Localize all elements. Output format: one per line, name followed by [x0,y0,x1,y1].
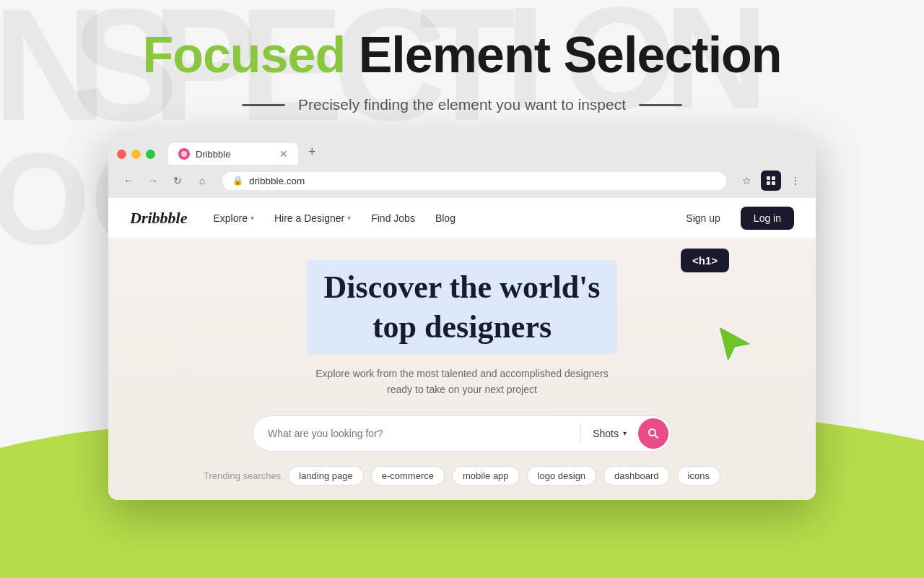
svg-rect-0 [767,176,770,180]
back-button[interactable]: ← [118,171,139,191]
lock-icon: 🔒 [232,176,243,186]
main-heading-section: Focused Element Selection [142,27,781,83]
trending-tag-icons[interactable]: icons [677,466,720,486]
close-button[interactable] [117,150,126,159]
site-logo[interactable]: Dribbble [130,209,187,228]
category-chevron-icon: ▾ [623,429,627,437]
home-button[interactable]: ⌂ [192,171,212,191]
url-text: dribbble.com [249,176,305,186]
svg-line-6 [655,435,658,438]
trending-tag-dashboard[interactable]: dashboard [603,466,669,486]
browser-chrome: Dribbble ✕ + ← → ↻ ⌂ 🔒 dribbble.com ☆ [108,132,816,198]
hero-h1-container: Discover the world's top designers [307,260,618,354]
subtitle-left-line [242,104,285,106]
h1-tag-badge: <h1> [681,249,729,272]
site-content: Dribbble Explore ▾ Hire a Designer ▾ Fin… [108,198,816,500]
page-main-title: Focused Element Selection [142,27,781,83]
nav-explore[interactable]: Explore ▾ [213,212,253,224]
trending-tag-landing-page[interactable]: landing page [288,466,363,486]
page-wrapper: N S P E C T I O N O C U S E D E L Focuse… [0,0,924,578]
menu-icon[interactable]: ⋮ [785,171,806,191]
window-controls [117,150,155,165]
tab-favicon [178,148,190,160]
search-bar: Shots ▾ [253,415,671,452]
site-nav: Dribbble Explore ▾ Hire a Designer ▾ Fin… [108,198,816,238]
svg-rect-3 [772,181,775,185]
browser-window: Dribbble ✕ + ← → ↻ ⌂ 🔒 dribbble.com ☆ [108,132,816,500]
tab-bar: Dribbble ✕ + [108,132,816,165]
address-bar: ← → ↻ ⌂ 🔒 dribbble.com ☆ [108,165,816,198]
nav-find-jobs[interactable]: Find Jobs [371,212,415,224]
subtitle-text: Precisely finding the element you want t… [298,96,626,113]
trending-searches: Trending searches landing page e-commerc… [204,466,720,486]
trending-label: Trending searches [204,470,281,481]
login-button[interactable]: Log in [741,207,794,230]
nav-blog[interactable]: Blog [435,212,456,224]
extension-icon[interactable] [761,171,781,191]
cursor-arrow [715,325,752,366]
active-tab[interactable]: Dribbble ✕ [168,143,298,165]
minimize-button[interactable] [131,150,141,159]
subtitle-right-line [639,104,682,106]
new-tab-button[interactable]: + [301,139,323,165]
hero-heading: Discover the world's top designers [324,267,601,347]
url-bar[interactable]: 🔒 dribbble.com [222,172,726,190]
trending-tag-ecommerce[interactable]: e-commerce [371,466,445,486]
svg-rect-2 [767,181,770,185]
tab-label: Dribbble [196,149,230,160]
hire-chevron-icon: ▾ [347,214,351,222]
reload-button[interactable]: ↻ [167,171,188,191]
trending-tag-mobile-app[interactable]: mobile app [452,466,520,486]
explore-chevron-icon: ▾ [250,214,254,222]
hero-section: <h1> Discover the world's top designers [108,238,816,500]
nav-hire-designer[interactable]: Hire a Designer ▾ [274,212,351,224]
subtitle-section: Precisely finding the element you want t… [242,96,682,113]
hero-description: Explore work from the most talented and … [315,366,608,398]
address-actions: ☆ ⋮ [736,171,806,191]
tab-close-icon[interactable]: ✕ [279,148,288,160]
svg-marker-4 [720,328,749,361]
search-input[interactable] [253,419,580,448]
signup-button[interactable]: Sign up [686,212,720,224]
trending-tag-logo-design[interactable]: logo design [527,466,597,486]
heading-rest: Element Selection [345,27,781,83]
forward-button[interactable]: → [143,171,163,191]
search-button[interactable] [638,418,668,449]
svg-rect-1 [772,176,775,180]
bookmark-icon[interactable]: ☆ [736,171,757,191]
heading-focused: Focused [142,27,345,83]
search-category-dropdown[interactable]: Shots ▾ [581,428,638,439]
maximize-button[interactable] [146,150,155,159]
